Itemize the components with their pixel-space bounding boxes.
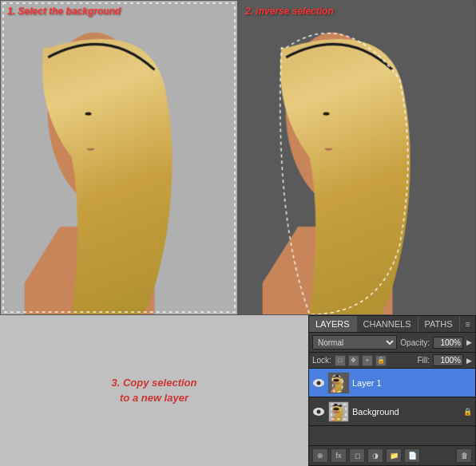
- copy-text-line1: 3. Copy selection: [112, 377, 197, 389]
- layer1-thumb-canvas: [329, 373, 348, 393]
- background-thumbnail: [328, 401, 349, 422]
- fill-arrow[interactable]: ▶: [466, 357, 472, 365]
- image-label-1: 1. Select the background: [7, 6, 121, 17]
- lock-row: Lock: □ ✥ + 🔒 Fill: 100% ▶: [309, 353, 475, 369]
- lock-label: Lock:: [312, 356, 331, 365]
- copy-text: 3. Copy selection to a new layer: [112, 376, 197, 405]
- fill-label: Fill:: [417, 356, 430, 365]
- main-container: 1. Select the background 2. inverse sele…: [0, 0, 476, 466]
- top-images-area: 1. Select the background 2. inverse sele…: [0, 0, 476, 315]
- layer-fx-button[interactable]: fx: [331, 448, 347, 463]
- layer-item-layer1[interactable]: Layer 1: [309, 369, 475, 397]
- opacity-value[interactable]: 100%: [433, 337, 463, 349]
- layer1-visibility-toggle[interactable]: [312, 377, 325, 389]
- link-layers-button[interactable]: ⊕: [312, 448, 328, 463]
- tab-paths[interactable]: PATHS: [418, 316, 460, 332]
- image-panel-1: 1. Select the background: [0, 0, 238, 315]
- tab-channels[interactable]: CHANNELS: [357, 316, 418, 332]
- image-canvas-2: [239, 1, 475, 314]
- background-lock-icon: 🔒: [462, 407, 472, 417]
- image-canvas-1: [1, 1, 237, 314]
- opacity-label: Opacity:: [400, 338, 430, 347]
- tabs-row: LAYERS CHANNELS PATHS ≡: [309, 316, 475, 333]
- lock-image-icon[interactable]: +: [362, 355, 373, 366]
- panel-menu-icon[interactable]: ≡: [461, 316, 475, 332]
- new-group-button[interactable]: 📁: [386, 448, 402, 463]
- blend-mode-select[interactable]: Normal: [312, 335, 397, 350]
- opacity-arrow[interactable]: ▶: [466, 338, 472, 346]
- image-label-2: 2. inverse selection: [245, 6, 334, 17]
- background-layer-name: Background: [352, 407, 459, 417]
- add-mask-button[interactable]: ◻: [349, 448, 365, 463]
- lock-position-icon[interactable]: ✥: [348, 355, 359, 366]
- copy-text-line2: to a new layer: [120, 392, 188, 404]
- layers-panel: LAYERS CHANNELS PATHS ≡ Normal Opacity: …: [308, 315, 476, 466]
- copy-text-area: 3. Copy selection to a new layer: [0, 315, 308, 466]
- layer1-thumbnail: [328, 373, 349, 393]
- delete-layer-button[interactable]: 🗑: [456, 448, 472, 463]
- background-eye-icon: [313, 408, 324, 416]
- tab-layers[interactable]: LAYERS: [309, 316, 357, 332]
- new-layer-button[interactable]: 📄: [404, 448, 420, 463]
- lock-icons-group: □ ✥ + 🔒: [335, 355, 387, 366]
- background-visibility-toggle[interactable]: [312, 405, 325, 418]
- adjustment-layer-button[interactable]: ◑: [367, 448, 383, 463]
- bottom-area: 3. Copy selection to a new layer LAYERS …: [0, 315, 476, 466]
- blend-row: Normal Opacity: 100% ▶: [309, 333, 475, 353]
- layer1-eye-icon: [313, 379, 324, 387]
- background-thumb-canvas: [329, 402, 348, 421]
- layer-item-background[interactable]: Background 🔒: [309, 397, 475, 426]
- layers-spacer: [309, 426, 475, 445]
- lock-all-icon[interactable]: 🔒: [375, 355, 387, 366]
- lock-transparent-icon[interactable]: □: [335, 355, 346, 366]
- layer1-name: Layer 1: [352, 378, 472, 388]
- layers-bottom-toolbar: ⊕ fx ◻ ◑ 📁 📄 🗑: [309, 445, 475, 465]
- image-panel-2: 2. inverse selection: [238, 0, 476, 315]
- fill-value[interactable]: 100%: [433, 354, 463, 366]
